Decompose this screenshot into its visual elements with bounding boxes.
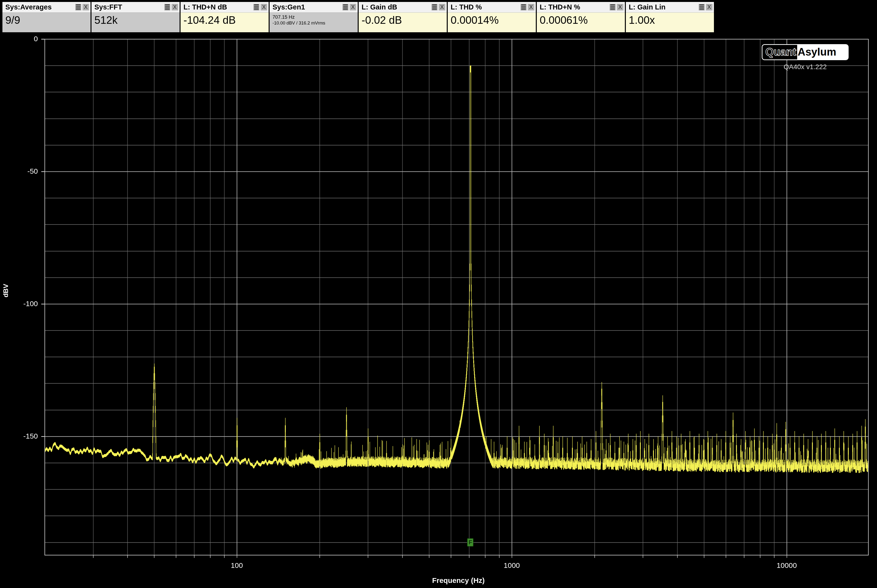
- panel-title: L: Gain Lin: [629, 3, 665, 11]
- y-axis-title: dBV: [2, 284, 10, 297]
- panel-header[interactable]: Sys:FFT X: [92, 2, 180, 13]
- spectrum-plot-canvas[interactable]: [0, 0, 877, 588]
- logo-asylum: Asylum: [797, 45, 848, 59]
- menu-icon[interactable]: [75, 4, 81, 10]
- menu-icon[interactable]: [431, 4, 437, 10]
- x-tick-label: 100: [213, 561, 261, 570]
- panel-value: 512k: [92, 13, 180, 32]
- panel-title: Sys:Averages: [5, 3, 52, 11]
- panel-gain-lin[interactable]: L: Gain Lin X 1.00x: [626, 2, 714, 32]
- quantasylum-logo: Quant Asylum: [762, 44, 848, 60]
- y-tick-label: -100: [0, 300, 38, 308]
- panel-value: -0.02 dB: [359, 13, 447, 32]
- gen1-frequency: 707.15 Hz: [273, 14, 358, 20]
- menu-icon[interactable]: [521, 4, 527, 10]
- panel-value: -104.24 dB: [180, 13, 269, 32]
- menu-icon[interactable]: [699, 4, 705, 10]
- panel-title: L: THD %: [451, 3, 482, 11]
- x-axis-title: Frequency (Hz): [410, 576, 507, 585]
- y-tick-label: 0: [0, 35, 38, 43]
- menu-icon[interactable]: [610, 4, 616, 10]
- panel-sys-fft[interactable]: Sys:FFT X 512k: [92, 2, 180, 32]
- panel-value: 9/9: [2, 13, 90, 32]
- menu-icon[interactable]: [253, 4, 260, 10]
- menu-icon[interactable]: [342, 4, 348, 10]
- gen1-level: -10.00 dBV / 316.2 mVrms: [273, 20, 358, 26]
- close-icon[interactable]: X: [617, 4, 623, 10]
- y-tick-label: -50: [0, 167, 38, 176]
- close-icon[interactable]: X: [706, 4, 712, 10]
- panel-header[interactable]: L: Gain Lin X: [626, 2, 714, 13]
- panel-thd-pct[interactable]: L: THD % X 0.00014%: [448, 2, 536, 32]
- panel-title: Sys:FFT: [95, 3, 122, 11]
- panel-gain-db[interactable]: L: Gain dB X -0.02 dB: [359, 2, 447, 32]
- panel-header[interactable]: L: Gain dB X: [359, 2, 447, 13]
- firmware-version: QA40x v1.222: [762, 63, 848, 71]
- y-tick-label: -150: [0, 432, 38, 440]
- x-tick-label: 1000: [488, 561, 536, 570]
- panel-title: Sys:Gen1: [273, 3, 305, 11]
- panel-title: L: THD+N %: [540, 3, 580, 11]
- panel-thdn-pct[interactable]: L: THD+N % X 0.00061%: [537, 2, 625, 32]
- close-icon[interactable]: X: [439, 4, 445, 10]
- panel-header[interactable]: Sys:Averages X: [2, 2, 90, 13]
- close-icon[interactable]: X: [350, 4, 356, 10]
- generator-frequency-marker[interactable]: F: [467, 538, 473, 546]
- x-tick-label: 10000: [763, 561, 811, 570]
- panel-value: 0.00061%: [537, 13, 625, 32]
- close-icon[interactable]: X: [261, 4, 267, 10]
- close-icon[interactable]: X: [528, 4, 535, 10]
- measurement-toolbar: Sys:Averages X 9/9 Sys:FFT X 512k L: THD…: [2, 2, 714, 32]
- panel-sys-averages[interactable]: Sys:Averages X 9/9: [2, 2, 90, 32]
- panel-header[interactable]: L: THD % X: [448, 2, 536, 13]
- menu-icon[interactable]: [164, 4, 170, 10]
- panel-value: 1.00x: [626, 13, 714, 32]
- panel-header[interactable]: L: THD+N % X: [537, 2, 625, 13]
- panel-title: L: THD+N dB: [183, 3, 227, 11]
- close-icon[interactable]: X: [171, 4, 178, 10]
- panel-value: 0.00014%: [448, 13, 536, 32]
- close-icon[interactable]: X: [83, 4, 89, 10]
- logo-quant: Quant: [763, 45, 797, 59]
- panel-sys-gen1[interactable]: Sys:Gen1 X 707.15 Hz -10.00 dBV / 316.2 …: [270, 2, 358, 32]
- panel-title: L: Gain dB: [362, 3, 397, 11]
- panel-value: 707.15 Hz -10.00 dBV / 316.2 mVrms: [270, 13, 358, 32]
- panel-thdn-db[interactable]: L: THD+N dB X -104.24 dB: [180, 2, 269, 32]
- panel-header[interactable]: L: THD+N dB X: [180, 2, 269, 13]
- panel-header[interactable]: Sys:Gen1 X: [270, 2, 358, 13]
